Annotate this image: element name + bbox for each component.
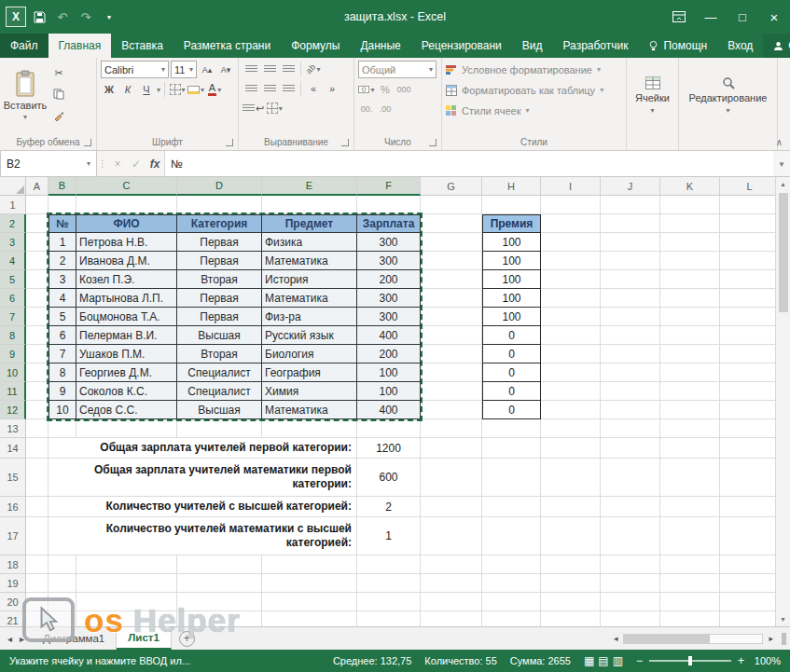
cell[interactable] — [720, 345, 780, 363]
row-header[interactable]: 12 — [0, 401, 26, 419]
chevron-down-icon[interactable]: ▾ — [157, 86, 160, 94]
align-right-button[interactable] — [280, 80, 297, 97]
cell[interactable] — [660, 270, 720, 289]
cell[interactable] — [720, 574, 780, 593]
format-as-table-button[interactable]: Форматировать как таблицу▾ — [446, 81, 622, 99]
cell[interactable] — [601, 196, 660, 214]
cell[interactable] — [177, 419, 262, 438]
cell[interactable] — [601, 401, 660, 419]
cell[interactable] — [262, 419, 357, 438]
cell[interactable] — [541, 308, 601, 326]
cell[interactable] — [482, 555, 541, 574]
row-header[interactable]: 8 — [0, 326, 26, 345]
cell[interactable]: Георгиев Д.М. — [76, 363, 177, 382]
ribbon-tab[interactable]: Общий доступ — [763, 34, 790, 58]
cell[interactable] — [660, 593, 720, 611]
cell[interactable]: Биология — [262, 345, 357, 363]
cell[interactable] — [601, 345, 660, 363]
summary-label[interactable]: Общая зарплата учителей математики перво… — [49, 459, 357, 497]
cell[interactable] — [177, 574, 262, 593]
cell[interactable] — [177, 611, 262, 626]
cell[interactable] — [357, 611, 421, 626]
row-header[interactable]: 13 — [0, 419, 26, 438]
cell[interactable] — [49, 593, 76, 611]
cell[interactable] — [482, 593, 541, 611]
cell[interactable]: Мартынова Л.П. — [76, 289, 177, 308]
formula-bar-grip[interactable]: ⋮ — [97, 151, 108, 176]
collapse-ribbon-icon[interactable]: ∧ — [776, 137, 783, 147]
cell[interactable]: Первая — [177, 289, 262, 308]
cell[interactable] — [660, 363, 720, 382]
cell[interactable] — [660, 345, 720, 363]
cell[interactable] — [720, 382, 780, 401]
cell[interactable] — [421, 308, 482, 326]
cell[interactable] — [660, 459, 720, 497]
cell[interactable] — [357, 555, 421, 574]
cell[interactable] — [660, 611, 720, 626]
cell[interactable] — [541, 196, 601, 214]
underline-button[interactable]: Ч — [138, 81, 155, 98]
merge-center-button[interactable]: ▾ — [266, 100, 283, 117]
cell[interactable]: 10 — [49, 401, 76, 419]
borders-button[interactable]: ▾ — [169, 81, 186, 98]
cell[interactable] — [26, 574, 49, 593]
cell[interactable] — [421, 459, 482, 497]
cell[interactable] — [541, 363, 601, 382]
cell[interactable] — [482, 438, 541, 459]
cell[interactable]: Ушаков П.М. — [76, 345, 177, 363]
cell[interactable]: 200 — [357, 345, 421, 363]
formula-bar-expand-button[interactable]: ▾ — [773, 151, 790, 176]
align-top-button[interactable] — [243, 61, 259, 77]
normal-view-icon[interactable]: ▦ — [584, 654, 594, 667]
cell[interactable] — [26, 382, 49, 401]
cell[interactable] — [660, 497, 720, 517]
cell[interactable]: 8 — [49, 363, 76, 382]
font-color-button[interactable]: А▾ — [206, 81, 223, 98]
cell[interactable] — [660, 252, 720, 270]
cell[interactable] — [49, 196, 76, 214]
ribbon-tab[interactable]: Рецензировани — [411, 34, 512, 58]
decrease-indent-button[interactable]: « — [305, 80, 322, 97]
ribbon-tab[interactable]: Разметка страни — [173, 34, 281, 58]
cell[interactable]: 7 — [49, 345, 76, 363]
conditional-formatting-button[interactable]: Условное форматирование▾ — [446, 61, 622, 78]
cell[interactable] — [601, 363, 660, 382]
cell[interactable] — [26, 289, 49, 308]
cell[interactable] — [357, 593, 421, 611]
copy-button[interactable] — [50, 86, 67, 103]
cell[interactable] — [720, 555, 780, 574]
cell[interactable]: 0 — [482, 401, 541, 419]
cell[interactable]: 2 — [49, 252, 76, 270]
fill-color-button[interactable]: ▾ — [187, 81, 204, 98]
cell-styles-button[interactable]: Стили ячеек▾ — [446, 102, 622, 119]
comma-style-button[interactable]: 000 — [395, 81, 412, 98]
page-layout-view-icon[interactable]: ▤ — [598, 654, 608, 667]
cell[interactable] — [601, 517, 660, 555]
column-header[interactable]: F — [357, 177, 421, 196]
alignment-dialog-launcher-icon[interactable] — [341, 139, 349, 146]
cell[interactable] — [541, 517, 601, 555]
cell[interactable]: Первая — [177, 233, 262, 252]
accounting-format-button[interactable]: ▾ — [358, 81, 375, 98]
zoom-in-icon[interactable]: + — [738, 654, 744, 667]
cell[interactable] — [262, 611, 357, 626]
cell[interactable]: История — [262, 270, 357, 289]
cell[interactable] — [482, 574, 541, 593]
cell[interactable] — [660, 196, 720, 214]
ribbon-tab[interactable]: Вид — [512, 34, 553, 58]
cell[interactable] — [541, 345, 601, 363]
cell[interactable] — [601, 326, 660, 345]
cell[interactable] — [601, 555, 660, 574]
row-header[interactable]: 19 — [0, 574, 26, 593]
column-header[interactable]: I — [541, 177, 601, 196]
cell[interactable] — [720, 196, 780, 214]
cell[interactable] — [720, 517, 780, 555]
cell[interactable] — [601, 497, 660, 517]
save-icon[interactable] — [29, 6, 49, 28]
cell[interactable] — [482, 196, 541, 214]
cell[interactable]: 0 — [482, 382, 541, 401]
cell[interactable] — [26, 214, 49, 233]
cell[interactable] — [660, 555, 720, 574]
cell[interactable] — [76, 593, 177, 611]
cell[interactable]: География — [262, 363, 357, 382]
